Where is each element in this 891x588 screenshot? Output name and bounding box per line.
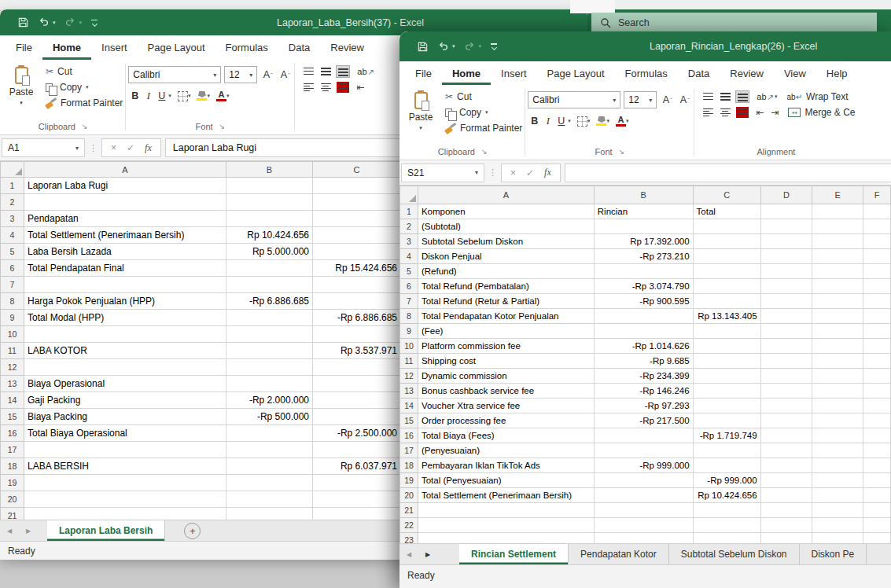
cell-F6[interactable] [863,279,891,294]
cell-A17[interactable]: (Penyesuaian) [418,443,594,458]
ribbon-tab-page-layout[interactable]: Page Layout [537,61,615,85]
cell-B9[interactable] [226,310,313,326]
cell-D12[interactable] [760,369,812,384]
cell-D19[interactable] [760,473,812,488]
row-header-23[interactable]: 23 [400,533,418,544]
align-middle-button[interactable] [319,66,332,77]
cell-C10[interactable] [693,339,760,354]
cell-A21[interactable] [418,503,594,518]
cell-D6[interactable] [760,279,812,294]
cell-D4[interactable] [760,249,812,264]
cell-C16[interactable]: -Rp 2.500.000 [313,425,401,442]
cell-A6[interactable]: Total Refund (Pembatalan) [418,279,594,294]
format-painter-button[interactable]: Format Painter [46,95,123,111]
cell-A15[interactable]: Order processing fee [418,413,594,428]
cell-D11[interactable] [760,354,812,369]
cell-E13[interactable] [812,384,863,399]
row-header-1[interactable]: 1 [400,204,418,219]
orientation-button[interactable]: ab↗▾ [757,92,777,101]
format-painter-button[interactable]: Format Painter [445,120,522,136]
cell-A16[interactable]: Total Biaya Operasional [24,425,226,442]
prev-sheet-icon[interactable]: ◀ [0,520,19,541]
row-header-12[interactable]: 12 [1,359,24,376]
cell-A14[interactable]: Voucher Xtra service fee [418,399,594,413]
redo-icon[interactable] [64,17,76,28]
ribbon-tab-home[interactable]: Home [442,61,491,85]
undo-dropdown-icon[interactable]: ▾ [53,20,56,26]
cell-B9[interactable] [594,324,693,339]
decrease-indent-icon[interactable]: ⇤ [356,82,364,93]
cell-B17[interactable] [594,443,693,458]
paste-button[interactable]: Paste ▾ [3,64,39,106]
merge-center-button[interactable]: ↔Merge & Ce [788,107,855,118]
cell-C22[interactable] [693,518,760,533]
cell-C12[interactable] [693,369,760,384]
cell-C21[interactable] [693,503,760,518]
shrink-font-button[interactable]: Aˇ [678,92,691,108]
cell-A13[interactable]: Biaya Operasional [24,376,226,392]
font-name-select[interactable]: Calibri▾ [128,66,221,83]
cell-E23[interactable] [812,533,863,544]
cell-B18[interactable] [226,458,313,475]
paste-button[interactable]: Paste ▾ [403,89,439,131]
align-left-button[interactable] [701,107,714,118]
cell-C11[interactable]: Rp 3.537.971 [313,343,401,359]
cell-A5[interactable]: (Refund) [418,264,594,279]
spreadsheet-grid[interactable]: ABC1Laporan Laba Rugi23Pendapatan4Total … [0,161,401,520]
row-header-14[interactable]: 14 [400,399,418,413]
column-header-D[interactable]: D [760,186,812,204]
cell-C3[interactable] [313,211,401,227]
row-header-16[interactable]: 16 [400,428,418,443]
save-icon[interactable] [417,41,429,53]
wrap-text-button[interactable]: ab↵Wrap Text [787,91,849,102]
column-header-C[interactable]: C [693,186,760,204]
row-header-22[interactable]: 22 [400,518,418,533]
cell-A8[interactable]: Harga Pokok Penjualan (HPP) [24,293,226,310]
excel-window-front[interactable]: ▾ ▾ Laporan_Rincian_Lengkap(26) - Excel … [399,31,891,588]
enter-icon[interactable]: ✓ [526,167,534,178]
cell-A9[interactable]: (Fee) [418,324,594,339]
cell-C5[interactable] [313,244,401,260]
cell-E5[interactable] [812,264,863,279]
bold-button[interactable]: B [128,88,142,104]
cell-B15[interactable]: -Rp 217.500 [594,413,693,428]
cell-E11[interactable] [812,354,863,369]
font-color-button[interactable]: A [616,116,626,127]
cell-F13[interactable] [863,384,891,399]
cell-A14[interactable]: Gaji Packing [24,392,226,409]
row-header-3[interactable]: 3 [1,211,24,227]
cell-C21[interactable] [313,508,401,520]
cell-F7[interactable] [863,294,891,309]
name-box[interactable]: S21▾ [401,164,484,182]
bold-button[interactable]: B [528,113,541,129]
ribbon-tab-home[interactable]: Home [42,35,91,60]
cell-F8[interactable] [863,309,891,324]
cell-A9[interactable]: Total Modal (HPP) [24,310,226,326]
cell-B8[interactable] [594,309,693,324]
cell-B11[interactable]: -Rp 9.685 [594,354,693,369]
orientation-button[interactable]: ab↗ [357,67,374,76]
cell-A18[interactable]: LABA BERSIH [24,458,226,475]
cell-A1[interactable]: Komponen [418,204,594,219]
cell-D3[interactable] [760,234,812,249]
align-top-button[interactable] [701,91,714,102]
row-header-20[interactable]: 20 [1,491,24,508]
cell-F9[interactable] [863,324,891,339]
ribbon-tab-review[interactable]: Review [720,61,774,85]
cell-F11[interactable] [863,354,891,369]
cell-A7[interactable]: Total Refund (Retur & Partial) [418,294,594,309]
cell-C8[interactable]: Rp 13.143.405 [693,309,760,324]
insert-function-icon[interactable]: fx [544,167,551,178]
ribbon-tab-insert[interactable]: Insert [491,61,537,85]
ribbon-tab-formulas[interactable]: Formulas [615,61,678,85]
row-header-9[interactable]: 9 [1,310,24,326]
sheet-tab-laporan-laba-bersih[interactable]: Laporan Laba Bersih [47,520,165,541]
align-center-button[interactable] [719,107,731,118]
cell-C23[interactable] [693,533,760,544]
italic-button[interactable]: I [142,88,155,104]
title-bar[interactable]: ▾ ▾ Laporan_Rincian_Lengkap(26) - Excel [399,31,891,61]
ribbon-tab-file[interactable]: File [6,35,42,60]
cell-B12[interactable] [226,359,313,376]
cell-B16[interactable] [226,425,313,442]
cell-A16[interactable]: Total Biaya (Fees) [418,428,594,443]
